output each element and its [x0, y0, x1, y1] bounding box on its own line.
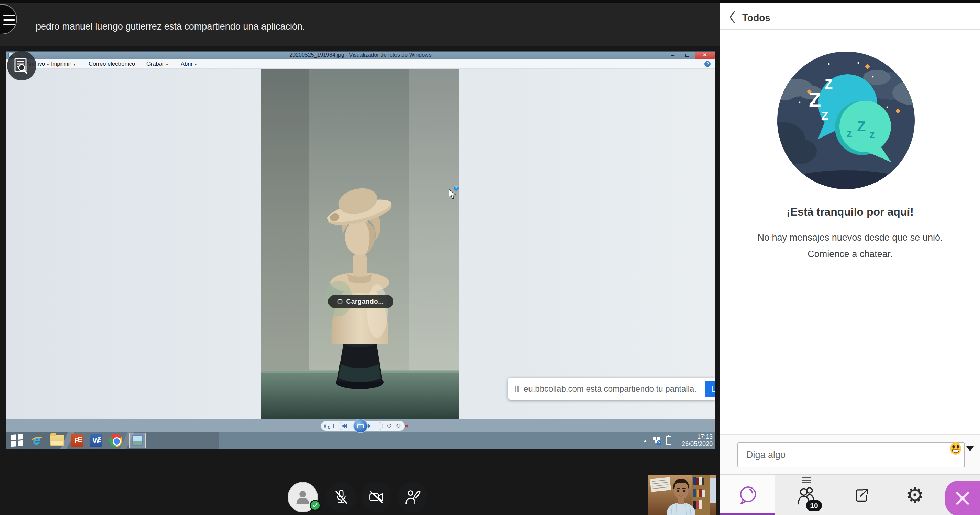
zoom-icon[interactable]	[325, 424, 326, 428]
sharing-status-text: pedro manuel luengo gutierrez está compa…	[36, 21, 305, 32]
tab-participants[interactable]: 10	[788, 475, 826, 515]
tab-share-content[interactable]	[843, 475, 880, 515]
session-top-bar: pedro manuel luengo gutierrez está compa…	[0, 3, 720, 46]
svg-text:z: z	[869, 128, 875, 140]
window-title: 20200525_191984.jpg - Visualizador de fo…	[6, 52, 715, 58]
raise-hand-icon	[403, 488, 421, 506]
emoji-picker-button[interactable]	[948, 440, 974, 457]
caret-down-icon: ▾	[47, 62, 49, 66]
loading-toast: Cargando...	[328, 295, 393, 308]
menu-imprimir[interactable]: Imprimir▾	[51, 61, 75, 67]
chat-channel-title: Todos	[742, 13, 770, 23]
available-status-badge	[310, 500, 321, 511]
document-magnifier-icon	[13, 57, 30, 74]
empty-state-line1: No hay mensajes nuevos desde que se unió…	[720, 233, 980, 243]
microphone-muted-button[interactable]	[326, 482, 356, 512]
cursor-arrow-icon	[448, 189, 458, 200]
fit-to-window-icon[interactable]	[333, 424, 334, 428]
active-tab-underline	[720, 513, 775, 515]
sync-tray-icon[interactable]	[653, 437, 660, 444]
screen-share-notification: eu.bbcollab.com está compartiendo tu pan…	[508, 378, 716, 400]
stop-sharing-button[interactable]: Dejar de compartir	[705, 381, 716, 397]
person-avatar-icon	[294, 488, 312, 506]
menu-correo-electronico[interactable]: Correo electrónico	[89, 61, 135, 67]
panel-tab-bar: 10 ⚙	[720, 474, 980, 515]
chat-bubble-icon	[738, 485, 757, 505]
chat-panel: Todos	[720, 0, 980, 515]
camera-muted-button[interactable]	[361, 482, 392, 512]
windows-taskbar: e P W ▲ 17:13 26/05/2020	[6, 432, 715, 449]
slideshow-icon	[357, 424, 364, 428]
smiley-emoji-icon	[948, 440, 964, 457]
chevron-left-icon	[729, 10, 736, 24]
internet-explorer-icon[interactable]: e	[30, 434, 43, 447]
caret-down-icon: ▾	[195, 62, 197, 66]
participants-count-badge: 10	[806, 500, 822, 511]
svg-text:Z: Z	[825, 77, 833, 91]
rotate-cw-icon[interactable]: ↻	[396, 421, 401, 431]
webcam-video-frame	[648, 475, 716, 515]
window-close-button[interactable]: ×	[695, 51, 715, 59]
help-icon[interactable]: ?	[705, 61, 711, 67]
gear-icon: ⚙	[906, 485, 924, 506]
drag-handle-icon	[802, 477, 811, 485]
window-restore-button[interactable]	[680, 51, 694, 59]
photo-viewer-menubar: Archivo▾ Imprimir▾ Correo electrónico Gr…	[6, 59, 715, 69]
share-content-icon	[853, 486, 870, 505]
sculpture-photo	[261, 69, 459, 419]
caret-down-icon: ▾	[73, 62, 76, 66]
caret-down-icon: ▾	[166, 62, 168, 66]
svg-text:Z: Z	[857, 118, 866, 134]
svg-text:Z: Z	[809, 88, 821, 111]
main-stage: pedro manuel luengo gutierrez está compa…	[0, 0, 720, 515]
tray-hidden-icons-arrow[interactable]: ▲	[643, 438, 648, 443]
collaborate-app: pedro manuel luengo gutierrez está compa…	[0, 0, 980, 515]
window-minimize-button[interactable]: –	[666, 51, 680, 59]
back-button[interactable]	[729, 10, 738, 24]
delete-icon[interactable]: ×	[404, 421, 409, 430]
close-x-icon	[953, 489, 971, 507]
file-explorer-icon[interactable]	[50, 435, 64, 446]
shared-content-zoom-button[interactable]	[7, 51, 37, 80]
svg-text:z: z	[847, 127, 852, 139]
loading-label: Cargando...	[346, 298, 384, 305]
close-panel-button[interactable]	[945, 481, 980, 515]
menu-abrir[interactable]: Abrir▾	[181, 61, 197, 67]
clock-time: 17:13	[677, 433, 713, 440]
rotate-ccw-icon[interactable]: ↺	[387, 421, 392, 431]
share-message: eu.bbcollab.com está compartiendo tu pan…	[524, 384, 697, 394]
caret-down-icon	[966, 446, 974, 451]
window-titlebar[interactable]: 20200525_191984.jpg - Visualizador de fo…	[6, 51, 715, 59]
mic-slash-icon	[332, 488, 350, 506]
svg-text:Z: Z	[821, 109, 829, 122]
quiet-chat-illustration: Z Z Z z Z z	[777, 51, 915, 189]
camera-slash-icon	[368, 488, 385, 506]
menu-grabar[interactable]: Grabar▾	[146, 61, 168, 67]
empty-state-heading: ¡Está tranquilo por aquí!	[720, 206, 980, 218]
tab-settings[interactable]: ⚙	[896, 475, 934, 515]
pause-icon	[515, 386, 519, 392]
battery-tray-icon[interactable]	[666, 436, 671, 445]
empty-state-line2: Comience a chatear.	[720, 249, 980, 260]
powerpoint-icon[interactable]: P	[71, 434, 83, 447]
tab-chat-active[interactable]	[720, 475, 775, 515]
webcam-thumbnail[interactable]	[648, 475, 716, 515]
chat-header: Todos	[720, 3, 980, 30]
slideshow-play-button[interactable]	[353, 419, 368, 433]
raise-hand-button[interactable]	[397, 482, 428, 512]
chat-input-area	[720, 434, 980, 474]
check-icon	[312, 502, 318, 509]
chat-message-input[interactable]	[737, 442, 965, 467]
start-button-icon[interactable]	[11, 434, 23, 447]
previous-icon[interactable]	[342, 424, 347, 428]
hamburger-icon	[3, 15, 15, 28]
chrome-icon[interactable]	[109, 434, 123, 447]
restore-icon	[685, 54, 689, 57]
top-strip	[0, 0, 980, 3]
taskbar-clock[interactable]: 17:13 26/05/2020	[677, 433, 713, 448]
spinner-icon	[337, 299, 343, 304]
photo-viewer-taskbar-icon[interactable]	[129, 433, 146, 448]
clock-date: 26/05/2020	[677, 440, 713, 448]
word-icon[interactable]: W	[90, 434, 102, 447]
